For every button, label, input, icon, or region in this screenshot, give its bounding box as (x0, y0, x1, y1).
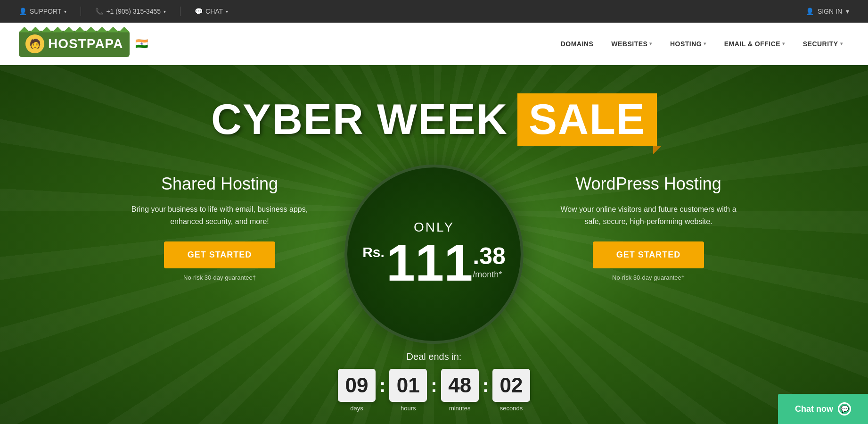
nav-email-office[interactable]: EMAIL & OFFICE ▾ (718, 36, 792, 51)
colon2: : (431, 375, 437, 396)
phone-link[interactable]: 📞 +1 (905) 315-3455 ▾ (95, 8, 166, 15)
chat-chevron: ▾ (226, 9, 228, 14)
websites-chevron: ▾ (649, 41, 652, 46)
countdown-days: 09 days (338, 369, 376, 412)
countdown-hours: 01 hours (389, 369, 427, 412)
divider (81, 7, 81, 16)
hours-number: 01 (389, 369, 427, 402)
chat-now-label: Chat now (795, 404, 833, 414)
phone-icon: 📞 (95, 8, 103, 15)
price-per-month: /month* (473, 270, 502, 280)
hours-label: hours (401, 405, 416, 412)
chat-icon: 💬 (195, 8, 203, 15)
colon1: : (379, 375, 385, 396)
shared-hosting-title: Shared Hosting (161, 174, 278, 194)
logo-badge[interactable]: 🧑 HOSTPAPA (19, 31, 130, 57)
chat-bubble-icon: 💬 (838, 402, 851, 416)
hero-section: CYBER WEEK SALE Shared Hosting Bring you… (0, 65, 868, 424)
email-chevron: ▾ (782, 41, 785, 46)
chat-now-button[interactable]: Chat now 💬 (778, 394, 868, 424)
signin-label[interactable]: SIGN IN (818, 8, 842, 15)
nav-security-label: SECURITY (803, 40, 838, 48)
nav-security[interactable]: SECURITY ▾ (796, 36, 849, 51)
countdown-seconds: 02 seconds (492, 369, 530, 412)
nav-websites[interactable]: WEBSITES ▾ (605, 36, 659, 51)
signin-icon: 👤 (806, 8, 814, 15)
support-icon: 👤 (19, 8, 27, 15)
nav-domains[interactable]: DOMAINS (554, 36, 600, 51)
signin-chevron: ▾ (846, 8, 849, 15)
days-label: days (350, 405, 363, 412)
nav-websites-label: WEBSITES (611, 40, 647, 48)
days-number: 09 (338, 369, 376, 402)
chat-label: CHAT (205, 8, 223, 15)
shared-hosting-cta[interactable]: GET STARTED (164, 241, 276, 268)
support-label: SUPPORT (30, 8, 61, 15)
price-currency: Rs. (362, 244, 385, 260)
phone-chevron: ▾ (164, 9, 166, 14)
price-circle: ONLY Rs. 111 .38 /month* (344, 165, 524, 344)
countdown-minutes: 48 minutes (441, 369, 479, 412)
seconds-number: 02 (492, 369, 530, 402)
logo-mascot: 🧑 (25, 34, 44, 53)
logo-area: 🧑 HOSTPAPA 🇮🇳 (19, 31, 148, 57)
price-row: Rs. 111 .38 /month* (362, 237, 506, 289)
price-decimal: .38 (473, 244, 506, 268)
deal-ends-label: Deal ends in: (338, 351, 530, 362)
security-chevron: ▾ (840, 41, 843, 46)
hero-title-row: CYBER WEEK SALE (211, 93, 657, 146)
hosting-chevron: ▾ (704, 41, 706, 46)
flag-icon[interactable]: 🇮🇳 (135, 38, 148, 50)
price-main: 111 (386, 237, 473, 289)
seconds-label: seconds (500, 405, 523, 412)
divider2 (180, 7, 180, 16)
logo-text: HOSTPAPA (48, 36, 123, 51)
wp-hosting-cta[interactable]: GET STARTED (593, 241, 704, 268)
price-only-text: ONLY (414, 220, 454, 235)
hero-content: Shared Hosting Bring your business to li… (104, 165, 764, 412)
chat-link[interactable]: 💬 CHAT ▾ (195, 8, 228, 15)
price-decimal-block: .38 /month* (473, 244, 506, 280)
phone-label: +1 (905) 315-3455 (106, 8, 161, 15)
sale-text: SALE (529, 96, 646, 143)
minutes-label: minutes (449, 405, 471, 412)
support-link[interactable]: 👤 SUPPORT ▾ (19, 8, 66, 15)
nav-hosting-label: HOSTING (670, 40, 702, 48)
countdown-row: 09 days : 01 hours : 48 minutes : (338, 369, 530, 412)
shared-hosting-desc: Bring your business to life with email, … (130, 203, 309, 227)
sale-badge: SALE (517, 93, 657, 146)
nav-links: DOMAINS WEBSITES ▾ HOSTING ▾ EMAIL & OFF… (554, 36, 849, 51)
hero-right: WordPress Hosting Wow your online visito… (533, 165, 764, 281)
cyber-week-text: CYBER WEEK (211, 95, 508, 144)
top-bar-left: 👤 SUPPORT ▾ 📞 +1 (905) 315-3455 ▾ 💬 CHAT… (19, 7, 228, 16)
wp-hosting-desc: Wow your online visitors and future cust… (559, 203, 738, 227)
nav-email-office-label: EMAIL & OFFICE (724, 40, 781, 48)
wp-hosting-title: WordPress Hosting (575, 174, 721, 194)
nav-bar: 🧑 HOSTPAPA 🇮🇳 DOMAINS WEBSITES ▾ HOSTING… (0, 23, 868, 65)
deal-ends-section: Deal ends in: 09 days : 01 hours : 48 mi… (338, 351, 530, 412)
minutes-number: 48 (441, 369, 479, 402)
top-bar: 👤 SUPPORT ▾ 📞 +1 (905) 315-3455 ▾ 💬 CHAT… (0, 0, 868, 23)
shared-hosting-guarantee: No-risk 30-day guarantee† (183, 274, 256, 281)
nav-hosting[interactable]: HOSTING ▾ (663, 36, 713, 51)
hero-left: Shared Hosting Bring your business to li… (104, 165, 335, 281)
support-chevron: ▾ (64, 9, 66, 14)
wp-hosting-guarantee: No-risk 30-day guarantee† (612, 274, 685, 281)
colon3: : (483, 375, 489, 396)
top-bar-right: 👤 SIGN IN ▾ (806, 8, 849, 15)
hero-center: ONLY Rs. 111 .38 /month* Deal ends in: 0… (335, 165, 533, 412)
nav-domains-label: DOMAINS (561, 40, 594, 48)
